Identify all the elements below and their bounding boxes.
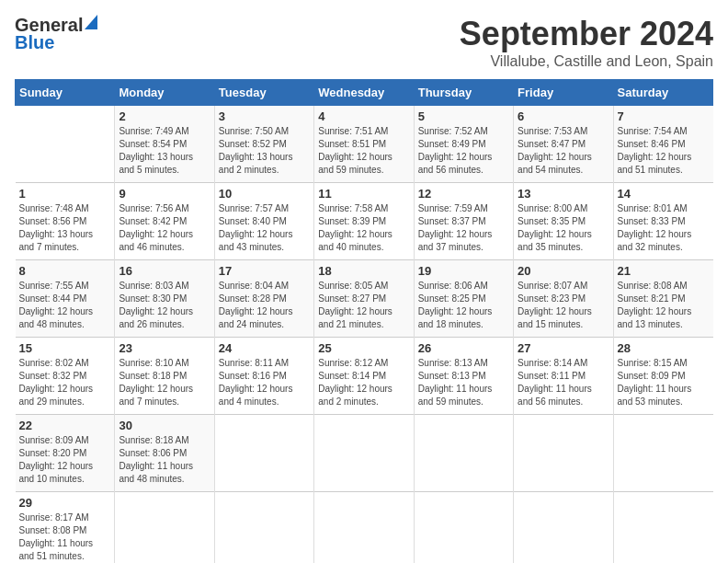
calendar-table: Sunday Monday Tuesday Wednesday Thursday… — [15, 79, 713, 563]
day-info: Sunrise: 8:11 AMSunset: 8:16 PMDaylight:… — [219, 358, 293, 407]
calendar-day-cell: 7Sunrise: 7:54 AMSunset: 8:46 PMDaylight… — [613, 106, 712, 183]
calendar-day-cell: 13Sunrise: 8:00 AMSunset: 8:35 PMDayligh… — [514, 183, 613, 260]
day-number: 9 — [119, 187, 210, 201]
calendar-day-cell: 21Sunrise: 8:08 AMSunset: 8:21 PMDayligh… — [613, 260, 712, 338]
day-number: 23 — [119, 341, 210, 355]
day-info: Sunrise: 8:10 AMSunset: 8:18 PMDaylight:… — [119, 358, 193, 407]
calendar-day-cell: 2Sunrise: 7:49 AMSunset: 8:54 PMDaylight… — [115, 106, 214, 183]
calendar-day-cell — [414, 415, 513, 492]
col-friday: Friday — [514, 80, 613, 106]
day-info: Sunrise: 7:50 AMSunset: 8:52 PMDaylight:… — [219, 126, 293, 175]
day-number: 14 — [618, 187, 710, 201]
calendar-day-cell — [314, 492, 414, 564]
day-info: Sunrise: 8:05 AMSunset: 8:27 PMDaylight:… — [318, 281, 392, 329]
day-number: 5 — [418, 109, 509, 123]
day-number: 2 — [119, 109, 210, 123]
day-info: Sunrise: 7:59 AMSunset: 8:37 PMDaylight:… — [418, 203, 493, 252]
day-info: Sunrise: 7:53 AMSunset: 8:47 PMDaylight:… — [518, 126, 592, 175]
calendar-day-cell — [613, 492, 712, 564]
calendar-week-row: 29Sunrise: 8:17 AMSunset: 8:08 PMDayligh… — [16, 492, 713, 564]
day-info: Sunrise: 7:54 AMSunset: 8:46 PMDaylight:… — [618, 126, 692, 175]
day-info: Sunrise: 7:55 AMSunset: 8:44 PMDaylight:… — [19, 281, 94, 329]
calendar-day-cell: 28Sunrise: 8:15 AMSunset: 8:09 PMDayligh… — [613, 338, 712, 415]
logo-blue: Blue — [15, 32, 54, 53]
day-number: 6 — [518, 109, 609, 123]
col-wednesday: Wednesday — [314, 80, 414, 106]
calendar-title: September 2024 — [460, 15, 713, 53]
calendar-day-cell — [414, 492, 513, 564]
logo-triangle — [85, 15, 97, 33]
calendar-day-cell: 29Sunrise: 8:17 AMSunset: 8:08 PMDayligh… — [16, 492, 115, 564]
day-number: 27 — [518, 341, 609, 355]
day-info: Sunrise: 8:13 AMSunset: 8:13 PMDaylight:… — [418, 358, 493, 407]
col-saturday: Saturday — [613, 80, 712, 106]
day-number: 12 — [418, 187, 509, 201]
day-number: 1 — [19, 187, 111, 201]
day-info: Sunrise: 8:12 AMSunset: 8:14 PMDaylight:… — [318, 358, 392, 407]
calendar-day-cell — [16, 106, 115, 183]
calendar-day-cell — [214, 492, 313, 564]
calendar-day-cell: 11Sunrise: 7:58 AMSunset: 8:39 PMDayligh… — [314, 183, 414, 260]
calendar-location: Villalube, Castille and Leon, Spain — [460, 53, 713, 70]
calendar-day-cell: 14Sunrise: 8:01 AMSunset: 8:33 PMDayligh… — [613, 183, 712, 260]
day-info: Sunrise: 7:49 AMSunset: 8:54 PMDaylight:… — [119, 126, 193, 175]
calendar-day-cell: 15Sunrise: 8:02 AMSunset: 8:32 PMDayligh… — [16, 338, 115, 415]
day-number: 19 — [418, 264, 509, 278]
day-number: 4 — [318, 109, 409, 123]
day-info: Sunrise: 8:18 AMSunset: 8:06 PMDaylight:… — [119, 435, 193, 484]
logo: General Blue — [15, 15, 97, 53]
calendar-day-cell: 26Sunrise: 8:13 AMSunset: 8:13 PMDayligh… — [414, 338, 513, 415]
day-info: Sunrise: 8:00 AMSunset: 8:35 PMDaylight:… — [518, 203, 592, 252]
day-number: 30 — [119, 419, 210, 432]
day-number: 17 — [219, 264, 310, 278]
day-info: Sunrise: 8:06 AMSunset: 8:25 PMDaylight:… — [418, 281, 493, 329]
col-monday: Monday — [115, 80, 214, 106]
calendar-day-cell: 23Sunrise: 8:10 AMSunset: 8:18 PMDayligh… — [115, 338, 214, 415]
day-info: Sunrise: 8:14 AMSunset: 8:11 PMDaylight:… — [518, 358, 592, 407]
calendar-header: Sunday Monday Tuesday Wednesday Thursday… — [16, 80, 713, 106]
title-area: September 2024 Villalube, Castille and L… — [460, 15, 713, 70]
day-number: 11 — [318, 187, 409, 201]
day-number: 3 — [219, 109, 310, 123]
calendar-day-cell: 5Sunrise: 7:52 AMSunset: 8:49 PMDaylight… — [414, 106, 513, 183]
calendar-body: 2Sunrise: 7:49 AMSunset: 8:54 PMDaylight… — [16, 106, 713, 564]
calendar-day-cell: 1Sunrise: 7:48 AMSunset: 8:56 PMDaylight… — [16, 183, 115, 260]
day-info: Sunrise: 8:01 AMSunset: 8:33 PMDaylight:… — [618, 203, 692, 252]
day-info: Sunrise: 8:03 AMSunset: 8:30 PMDaylight:… — [119, 281, 193, 329]
calendar-day-cell: 24Sunrise: 8:11 AMSunset: 8:16 PMDayligh… — [214, 338, 313, 415]
calendar-day-cell: 3Sunrise: 7:50 AMSunset: 8:52 PMDaylight… — [214, 106, 313, 183]
calendar-week-row: 15Sunrise: 8:02 AMSunset: 8:32 PMDayligh… — [16, 338, 713, 415]
calendar-day-cell: 30Sunrise: 8:18 AMSunset: 8:06 PMDayligh… — [115, 415, 214, 492]
calendar-day-cell: 10Sunrise: 7:57 AMSunset: 8:40 PMDayligh… — [214, 183, 313, 260]
day-info: Sunrise: 7:57 AMSunset: 8:40 PMDaylight:… — [219, 203, 293, 252]
day-info: Sunrise: 7:51 AMSunset: 8:51 PMDaylight:… — [318, 126, 392, 175]
day-number: 21 — [618, 264, 710, 278]
day-info: Sunrise: 7:56 AMSunset: 8:42 PMDaylight:… — [119, 203, 193, 252]
day-number: 29 — [19, 496, 111, 510]
calendar-day-cell — [214, 415, 313, 492]
day-info: Sunrise: 8:04 AMSunset: 8:28 PMDaylight:… — [219, 281, 293, 329]
calendar-day-cell — [613, 415, 712, 492]
day-number: 7 — [618, 109, 710, 123]
day-number: 22 — [19, 419, 111, 432]
day-info: Sunrise: 7:52 AMSunset: 8:49 PMDaylight:… — [418, 126, 493, 175]
calendar-day-cell: 16Sunrise: 8:03 AMSunset: 8:30 PMDayligh… — [115, 260, 214, 338]
day-number: 10 — [219, 187, 310, 201]
day-number: 26 — [418, 341, 509, 355]
calendar-day-cell — [514, 415, 613, 492]
header-row: Sunday Monday Tuesday Wednesday Thursday… — [16, 80, 713, 106]
calendar-day-cell: 25Sunrise: 8:12 AMSunset: 8:14 PMDayligh… — [314, 338, 414, 415]
page-header: General Blue September 2024 Villalube, C… — [15, 15, 713, 70]
calendar-day-cell: 22Sunrise: 8:09 AMSunset: 8:20 PMDayligh… — [16, 415, 115, 492]
calendar-week-row: 8Sunrise: 7:55 AMSunset: 8:44 PMDaylight… — [16, 260, 713, 338]
day-info: Sunrise: 8:02 AMSunset: 8:32 PMDaylight:… — [19, 358, 94, 407]
calendar-day-cell: 6Sunrise: 7:53 AMSunset: 8:47 PMDaylight… — [514, 106, 613, 183]
day-info: Sunrise: 8:07 AMSunset: 8:23 PMDaylight:… — [518, 281, 592, 329]
day-number: 18 — [318, 264, 409, 278]
calendar-day-cell: 18Sunrise: 8:05 AMSunset: 8:27 PMDayligh… — [314, 260, 414, 338]
day-number: 28 — [618, 341, 710, 355]
calendar-day-cell: 17Sunrise: 8:04 AMSunset: 8:28 PMDayligh… — [214, 260, 313, 338]
col-tuesday: Tuesday — [214, 80, 313, 106]
col-thursday: Thursday — [414, 80, 513, 106]
calendar-day-cell — [514, 492, 613, 564]
